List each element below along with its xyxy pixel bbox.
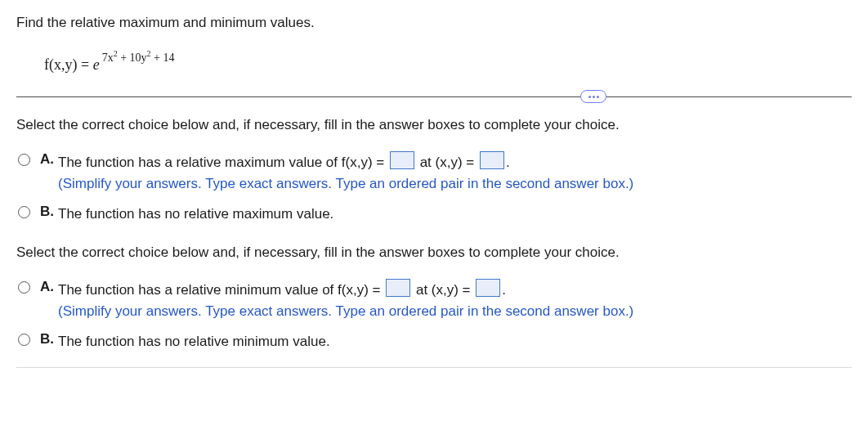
answer-box-min-value[interactable] bbox=[386, 279, 410, 297]
choice-letter: A. bbox=[40, 279, 58, 295]
formula-base: e bbox=[93, 56, 100, 73]
bottom-divider bbox=[16, 367, 852, 368]
choice-body: The function has no relative maximum val… bbox=[58, 204, 852, 225]
choice-letter: B. bbox=[40, 331, 58, 348]
answer-box-max-point[interactable] bbox=[480, 151, 504, 169]
formula-lhs: f(x,y) = bbox=[44, 56, 93, 73]
divider bbox=[16, 96, 852, 97]
radio-min-a[interactable] bbox=[18, 281, 30, 294]
choice-body: The function has a relative minimum valu… bbox=[58, 279, 852, 323]
hint-text: (Simplify your answers. Type exact answe… bbox=[58, 176, 633, 191]
text-segment: at (x,y) = bbox=[416, 155, 478, 170]
choice-body: The function has no relative minimum val… bbox=[58, 331, 852, 352]
radio-max-b[interactable] bbox=[18, 206, 30, 218]
formula-exponent: 7x2 + 10y2 + 14 bbox=[102, 49, 175, 65]
radio-max-a[interactable] bbox=[18, 154, 30, 166]
more-options-button[interactable] bbox=[580, 90, 606, 103]
radio-min-b[interactable] bbox=[18, 334, 30, 346]
choice-min-b: B. The function has no relative minimum … bbox=[16, 331, 852, 352]
text-segment: The function has a relative minimum valu… bbox=[58, 282, 384, 298]
choice-body: The function has a relative maximum valu… bbox=[58, 151, 852, 195]
text-segment: at (x,y) = bbox=[412, 282, 474, 298]
answer-box-max-value[interactable] bbox=[390, 151, 414, 169]
instruction-max: Select the correct choice below and, if … bbox=[16, 117, 852, 133]
answer-box-min-point[interactable] bbox=[476, 279, 500, 297]
text-segment: . bbox=[502, 282, 506, 298]
choice-max-a: A. The function has a relative maximum v… bbox=[16, 151, 852, 195]
choice-max-b: B. The function has no relative maximum … bbox=[16, 204, 852, 225]
question-prompt: Find the relative maximum and minimum va… bbox=[16, 15, 852, 31]
function-formula: f(x,y) = e 7x2 + 10y2 + 14 bbox=[44, 49, 852, 74]
choice-min-a: A. The function has a relative minimum v… bbox=[16, 279, 852, 323]
text-segment: . bbox=[506, 155, 510, 170]
text-segment: The function has a relative maximum valu… bbox=[58, 155, 388, 170]
hint-text: (Simplify your answers. Type exact answe… bbox=[58, 303, 633, 319]
instruction-min: Select the correct choice below and, if … bbox=[16, 244, 852, 261]
choice-letter: A. bbox=[40, 151, 58, 168]
choice-letter: B. bbox=[40, 204, 58, 220]
